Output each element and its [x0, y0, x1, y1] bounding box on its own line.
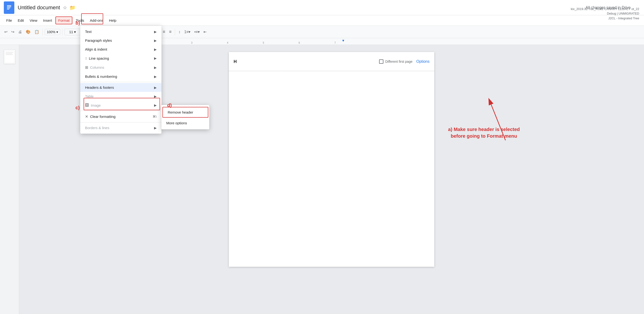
format-linespacing-item[interactable]: ↕ Line spacing ▶: [80, 54, 162, 63]
star-icon[interactable]: ☆: [63, 5, 67, 10]
linespacing-chevron: ▶: [154, 56, 157, 60]
different-first-page-checkbox[interactable]: Different first page: [379, 59, 412, 64]
more-options-item[interactable]: More options: [162, 118, 209, 128]
svg-rect-6: [6, 52, 14, 52]
ruler-mark-3: 3: [191, 41, 192, 44]
top-right-info: kix_2019.32-Tue_RC02 CANARY LEGACY ot_22…: [571, 2, 639, 20]
doc-title[interactable]: Untitled document: [18, 4, 60, 11]
svg-rect-3: [7, 8, 10, 8]
ruler-mark-7: 7: [334, 41, 336, 44]
menu-bar: File Edit View Insert Format Tools Add-o…: [0, 15, 644, 26]
format-borders-item[interactable]: Borders & lines ▶: [80, 123, 162, 132]
different-first-page-label: Different first page: [385, 60, 412, 63]
menu-addons[interactable]: Add-ons: [88, 17, 106, 24]
ruler-mark-4: 4: [227, 41, 228, 44]
menu-insert[interactable]: Insert: [40, 17, 54, 24]
ruler-mark-6: 6: [298, 41, 300, 44]
line-spacing-button[interactable]: ↕: [177, 29, 182, 35]
b-annotation: b): [76, 20, 80, 26]
title-bar: Untitled document ☆ 📁 All changes saved …: [0, 0, 644, 15]
format-bullets-item[interactable]: Bullets & numbering ▶: [80, 72, 162, 81]
bullet-list-button[interactable]: •≡▾: [193, 29, 201, 35]
paragraph-chevron: ▶: [154, 39, 157, 42]
format-image-item[interactable]: 🖼 Image ▶: [80, 101, 162, 110]
svg-rect-1: [7, 5, 11, 6]
columns-icon: ⊞: [85, 65, 88, 70]
zoom-arrow: ▾: [56, 30, 58, 34]
align-right-button[interactable]: ≡: [161, 28, 167, 35]
format-table-label: Table: [85, 94, 94, 98]
format-image-label: Image: [91, 103, 101, 107]
ruler-inner: 1 2 3 4 5 6 7 ▼: [81, 38, 644, 45]
menu-edit[interactable]: Edit: [15, 17, 26, 24]
font-size-control[interactable]: 11 ▾: [64, 29, 81, 35]
borders-chevron: ▶: [154, 126, 157, 130]
format-align-item[interactable]: Align & indent ▶: [80, 45, 162, 54]
format-table-item[interactable]: Table ▶: [80, 92, 162, 101]
format-clearformatting-item[interactable]: ✕ Clear formatting ⌘\: [80, 112, 162, 121]
checkbox-icon[interactable]: [379, 59, 384, 64]
doc-page: Different first page Options H: [229, 52, 434, 267]
ruler-marker: ▼: [342, 39, 345, 42]
format-bullets-label: Bullets & numbering: [85, 74, 117, 78]
d-annotation: d): [167, 103, 172, 108]
divider2: [80, 111, 162, 111]
format-text-item[interactable]: Text ▶: [80, 27, 162, 36]
table-chevron: ▶: [154, 94, 157, 98]
format-columns-label: Columns: [90, 65, 104, 69]
folder-icon[interactable]: 📁: [70, 5, 76, 10]
format-borders-label: Borders & lines: [85, 126, 110, 130]
print-button[interactable]: 🖨: [17, 29, 24, 35]
clear-shortcut: ⌘\: [153, 115, 157, 118]
font-size-value: 11: [69, 30, 73, 34]
doc-icon: [4, 1, 14, 14]
more-options-label: More options: [166, 121, 187, 125]
clear-icon: ✕: [85, 114, 88, 119]
remove-header-item[interactable]: Remove header: [162, 107, 208, 118]
indent-less-button[interactable]: ⇤: [202, 29, 208, 35]
format-dropdown: Text ▶ Paragraph styles ▶ Align & indent…: [80, 26, 162, 134]
svg-rect-7: [6, 53, 12, 54]
copy-format-button[interactable]: 📋: [33, 29, 40, 35]
c-annotation: c): [76, 105, 80, 110]
align-justify-button[interactable]: ≡: [168, 28, 173, 35]
redo-button[interactable]: ↪: [10, 29, 16, 35]
svg-rect-2: [7, 6, 11, 7]
format-hf-item[interactable]: Headers & footers ▶: [80, 83, 162, 92]
align-chevron: ▶: [154, 47, 157, 51]
zoom-control[interactable]: 100% ▾: [45, 29, 60, 35]
format-text-label: Text: [85, 29, 92, 34]
header-zone[interactable]: Different first page Options: [229, 52, 434, 71]
menu-view[interactable]: View: [27, 17, 40, 24]
menu-format[interactable]: Format: [56, 16, 72, 24]
sidebar: [0, 45, 19, 314]
menu-help[interactable]: Help: [106, 17, 119, 24]
undo-button[interactable]: ↩: [3, 29, 9, 35]
format-clearformatting-label: Clear formatting: [90, 114, 116, 119]
sep2: [62, 29, 62, 35]
text-chevron: ▶: [154, 30, 157, 34]
linespacing-icon: ↕: [85, 56, 87, 60]
options-link[interactable]: Options: [416, 59, 430, 64]
font-size-arrows: ▾: [74, 30, 76, 34]
sep5: [175, 29, 175, 35]
paint-format-button[interactable]: 🎨: [24, 29, 32, 35]
columns-chevron: ▶: [154, 66, 157, 69]
format-paragraph-item[interactable]: Paragraph styles ▶: [80, 36, 162, 45]
image-chevron: ▶: [154, 103, 157, 107]
format-columns-item[interactable]: ⊞ Columns ▶: [80, 63, 162, 72]
format-hf-label: Headers & footers: [85, 85, 114, 89]
bullets-chevron: ▶: [154, 75, 157, 78]
numbered-list-button[interactable]: 1≡▾: [183, 29, 192, 35]
annotation-text: a) Make sure header is selected before g…: [448, 126, 520, 139]
hf-chevron: ▶: [154, 86, 157, 89]
sep1: [42, 29, 43, 35]
ruler-mark-5: 5: [263, 41, 264, 44]
zoom-value: 100%: [47, 30, 56, 34]
format-align-label: Align & indent: [85, 47, 107, 51]
menu-file[interactable]: File: [4, 17, 14, 24]
page-thumb-1[interactable]: [4, 50, 15, 64]
format-paragraph-label: Paragraph styles: [85, 38, 112, 42]
header-label: H: [234, 59, 237, 64]
hf-submenu: Remove header More options: [162, 105, 209, 129]
